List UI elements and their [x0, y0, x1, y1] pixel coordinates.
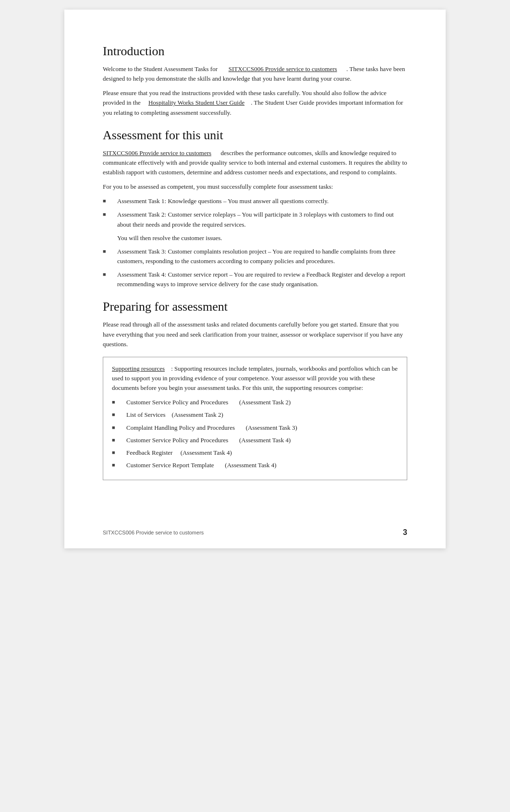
resource-2: List of Services (Assessment Task 2): [126, 410, 398, 420]
heading-assessment: Assessment for this unit: [103, 128, 407, 143]
bullet-icon: ■: [112, 411, 119, 419]
resource-4: Customer Service Policy and Procedures (…: [126, 436, 398, 445]
supporting-resources-label: Supporting resources: [112, 365, 165, 372]
bullet-icon: ■: [103, 210, 109, 218]
task-1-text: Assessment Task 1: Knowledge questions –…: [117, 196, 407, 206]
footer-unit-code: SITXCCS006 Provide service to customers: [103, 530, 204, 535]
resource-3: Complaint Handling Policy and Procedures…: [126, 423, 398, 433]
unit-code-link: SITXCCS006 Provide service to customers: [229, 65, 337, 73]
page-number: 3: [403, 528, 407, 537]
preparing-paragraph-1: Please read through all of the assessmen…: [103, 320, 407, 349]
resource-1: Customer Service Policy and Procedures (…: [126, 398, 398, 407]
these-word: These: [350, 65, 364, 73]
bullet-icon: ■: [103, 270, 109, 279]
bullet-icon: ■: [112, 398, 119, 406]
section-introduction: Introduction Welcome to the Student Asse…: [103, 44, 407, 118]
supporting-resources-box: Supporting resources : Supporting resour…: [103, 357, 407, 480]
resources-intro: Supporting resources : Supporting resour…: [112, 364, 398, 393]
heading-preparing: Preparing for assessment: [103, 300, 407, 314]
task-2-subtext: You will then resolve the customer issue…: [117, 233, 407, 243]
task-2-text: Assessment Task 2: Customer service role…: [117, 210, 407, 229]
bullet-icon: ■: [112, 448, 119, 457]
assessment-tasks-list: ■ Assessment Task 1: Knowledge questions…: [103, 196, 407, 229]
list-item: ■ List of Services (Assessment Task 2): [112, 410, 398, 420]
bullet-icon: ■: [112, 461, 119, 469]
intro-paragraph-2: Please ensure that you read the instruct…: [103, 88, 407, 117]
document-page: Introduction Welcome to the Student Asse…: [64, 10, 446, 548]
list-item: ■ Customer Service Policy and Procedures…: [112, 398, 398, 407]
assessment-paragraph-1: SITXCCS006 Provide service to customers …: [103, 148, 407, 177]
unit-code-2: SITXCCS006 Provide service to customers: [103, 149, 211, 157]
list-item: ■ Customer Service Report Template (Asse…: [112, 461, 398, 470]
section-assessment: Assessment for this unit SITXCCS006 Prov…: [103, 128, 407, 290]
assessment-tasks-list-2: ■ Assessment Task 3: Customer complaints…: [103, 247, 407, 290]
list-item: ■ Feedback Register (Assessment Task 4): [112, 448, 398, 458]
list-item: ■ Customer Service Policy and Procedures…: [112, 436, 398, 445]
list-item: ■ Assessment Task 3: Customer complaints…: [103, 247, 407, 266]
page-footer: SITXCCS006 Provide service to customers …: [103, 528, 407, 537]
task-4-text: Assessment Task 4: Customer service repo…: [117, 270, 407, 289]
list-item: ■ Complaint Handling Policy and Procedur…: [112, 423, 398, 433]
task-3-text: Assessment Task 3: Customer complaints r…: [117, 247, 407, 266]
resource-6: Customer Service Report Template (Assess…: [126, 461, 398, 470]
resource-5: Feedback Register (Assessment Task 4): [126, 448, 398, 458]
resources-list: ■ Customer Service Policy and Procedures…: [112, 398, 398, 470]
list-item: ■ Assessment Task 4: Customer service re…: [103, 270, 407, 289]
section-preparing: Preparing for assessment Please read thr…: [103, 300, 407, 480]
heading-introduction: Introduction: [103, 44, 407, 59]
bullet-icon: ■: [112, 424, 119, 432]
list-item: ■ Assessment Task 1: Knowledge questions…: [103, 196, 407, 206]
assessment-paragraph-2: For you to be assessed as competent, you…: [103, 182, 407, 192]
bullet-icon: ■: [112, 436, 119, 444]
list-item: ■ Assessment Task 2: Customer service ro…: [103, 210, 407, 229]
intro-paragraph-1: Welcome to the Student Assessment Tasks …: [103, 64, 407, 84]
bullet-icon: ■: [103, 197, 109, 205]
student-guide-link: Hospitality Works Student User Guide: [148, 99, 244, 106]
bullet-icon: ■: [103, 247, 109, 255]
